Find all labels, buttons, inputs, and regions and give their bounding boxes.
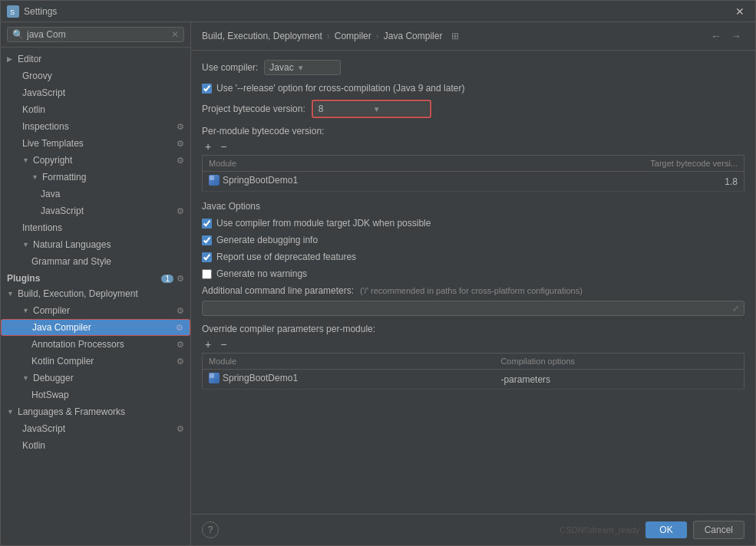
- sidebar-item-debugger[interactable]: ▼ Debugger: [1, 370, 190, 386]
- sidebar-item-editor[interactable]: ▶ Editor: [1, 51, 190, 67]
- sidebar-item-label: Build, Execution, Deployment: [18, 288, 138, 299]
- override-options-cell: -parameters: [494, 370, 744, 390]
- sidebar-item-groovy[interactable]: Groovy: [1, 67, 190, 84]
- cmd-input-wrapper: ⤢: [202, 301, 744, 316]
- main-panel: Build, Execution, Deployment › Compiler …: [191, 22, 755, 545]
- per-module-table: Module Target bytecode versi... SpringBo…: [202, 155, 744, 192]
- close-button[interactable]: ✕: [731, 4, 749, 19]
- override-table: Module Compilation options SpringBootDem…: [202, 353, 744, 390]
- settings-icon: ⚙: [177, 139, 184, 149]
- ok-button[interactable]: OK: [645, 521, 686, 538]
- sidebar-item-formatting[interactable]: ▼ Formatting: [1, 169, 190, 186]
- settings-icon: ⚙: [177, 340, 184, 350]
- use-compiler-row: Use compiler: Javac ▼: [202, 60, 744, 75]
- expand-cmd-button[interactable]: ⤢: [732, 304, 739, 314]
- sidebar-item-label: Natural Languages: [33, 239, 111, 250]
- override-toolbar: + −: [202, 339, 744, 350]
- module-dot-icon: [209, 175, 220, 186]
- bytecode-select[interactable]: 8 ▼: [314, 102, 429, 116]
- sidebar-item-label: Kotlin: [22, 104, 45, 115]
- expand-arrow-compiler: ▼: [22, 307, 30, 314]
- sidebar-item-label: Editor: [18, 54, 41, 64]
- sidebar-item-label: Languages & Frameworks: [18, 406, 125, 417]
- back-arrow-button[interactable]: ←: [708, 28, 725, 44]
- bytecode-value: 8: [319, 104, 370, 114]
- sidebar-item-natural-languages[interactable]: ▼ Natural Languages: [1, 236, 190, 253]
- module-icon: SpringBootDemo1: [209, 175, 298, 186]
- override-module-icon: SpringBootDemo1: [209, 373, 298, 383]
- check-module-jdk-row: Use compiler from module target JDK when…: [202, 218, 744, 229]
- module-cell: SpringBootDemo1: [203, 172, 476, 192]
- expand-arrow-formatting: ▼: [31, 173, 39, 181]
- sidebar-item-compiler[interactable]: ▼ Compiler ⚙: [1, 302, 190, 319]
- settings-icon: ⚙: [177, 424, 184, 434]
- check-deprecated-label: Report use of deprecated features: [216, 252, 356, 262]
- settings-window: S Settings ✕ 🔍 ✕ ▶ Editor: [0, 0, 756, 546]
- release-option-checkbox[interactable]: [202, 84, 212, 94]
- sidebar-item-kotlin-lf[interactable]: Kotlin: [1, 437, 190, 454]
- check-no-warnings-checkbox[interactable]: [202, 269, 212, 279]
- sidebar-item-javascript-lf[interactable]: JavaScript ⚙: [1, 420, 190, 437]
- table-row: SpringBootDemo1 1.8: [203, 172, 744, 192]
- per-module-section: Per-module bytecode version: + − Module …: [202, 126, 744, 192]
- remove-override-button[interactable]: −: [217, 339, 229, 350]
- expand-arrow-nl: ▼: [22, 241, 30, 248]
- sidebar-item-live-templates[interactable]: Live Templates ⚙: [1, 135, 190, 152]
- override-module-col-header: Module: [203, 354, 495, 370]
- expand-arrow-debugger: ▼: [22, 374, 30, 382]
- target-col-header: Target bytecode versi...: [476, 156, 744, 172]
- expand-arrow-build: ▼: [7, 290, 15, 298]
- settings-icon: ⚙: [177, 122, 184, 132]
- javac-options-section: Javac Options Use compiler from module t…: [202, 201, 744, 279]
- sidebar-item-label: Java: [41, 189, 60, 199]
- sidebar-item-java[interactable]: Java: [1, 186, 190, 202]
- sidebar-item-kotlin-compiler[interactable]: Kotlin Compiler ⚙: [1, 353, 190, 370]
- cmd-input[interactable]: [207, 303, 732, 314]
- help-button[interactable]: ?: [202, 521, 219, 538]
- sidebar-item-intentions[interactable]: Intentions: [1, 219, 190, 236]
- sidebar-item-kotlin[interactable]: Kotlin: [1, 101, 190, 118]
- settings-icon: ⚙: [176, 323, 183, 333]
- javac-options-title: Javac Options: [202, 201, 744, 212]
- check-debug-row: Generate debugging info: [202, 235, 744, 245]
- sidebar-item-javascript[interactable]: JavaScript: [1, 84, 190, 101]
- target-cell: 1.8: [476, 172, 744, 192]
- sidebar-item-build[interactable]: ▼ Build, Execution, Deployment: [1, 285, 190, 302]
- check-deprecated-checkbox[interactable]: [202, 252, 212, 262]
- sidebar-item-copyright[interactable]: ▼ Copyright ⚙: [1, 152, 190, 169]
- cancel-button[interactable]: Cancel: [693, 521, 744, 539]
- plugins-badge: 1: [161, 275, 173, 283]
- sidebar-item-inspections[interactable]: Inspections ⚙: [1, 118, 190, 135]
- breadcrumb-part3: Java Compiler: [384, 31, 443, 41]
- sidebar-item-label: Copyright: [33, 155, 72, 166]
- settings-icon: ⚙: [177, 306, 184, 316]
- sidebar-item-label: Compiler: [33, 305, 70, 316]
- check-module-jdk-checkbox[interactable]: [202, 219, 212, 229]
- cmd-label-row: Additional command line parameters: ('/'…: [202, 285, 744, 296]
- release-option-label: Use '--release' option for cross-compila…: [216, 83, 464, 94]
- search-clear-button[interactable]: ✕: [171, 29, 179, 40]
- sidebar-item-label: Kotlin: [22, 440, 45, 451]
- release-option-row: Use '--release' option for cross-compila…: [202, 83, 744, 94]
- remove-per-module-button[interactable]: −: [217, 141, 229, 152]
- sidebar-item-hotswap[interactable]: HotSwap: [1, 386, 190, 403]
- module-name: SpringBootDemo1: [223, 175, 298, 186]
- search-wrapper: 🔍 ✕: [7, 27, 184, 42]
- sidebar-item-annotation-processors[interactable]: Annotation Processors ⚙: [1, 336, 190, 353]
- search-box: 🔍 ✕: [1, 22, 190, 48]
- compiler-select[interactable]: Javac ▼: [264, 60, 341, 75]
- check-deprecated-row: Report use of deprecated features: [202, 252, 744, 262]
- add-per-module-button[interactable]: +: [202, 141, 214, 152]
- sidebar-item-java-compiler[interactable]: Java Compiler ⚙: [1, 319, 190, 336]
- breadcrumb-part1: Build, Execution, Deployment: [202, 31, 322, 41]
- sidebar-item-languages[interactable]: ▼ Languages & Frameworks: [1, 403, 190, 420]
- sidebar-item-javascript-copyright[interactable]: JavaScript ⚙: [1, 202, 190, 219]
- table-row: SpringBootDemo1 -parameters: [203, 370, 744, 390]
- forward-arrow-button[interactable]: →: [728, 28, 744, 44]
- search-input[interactable]: [27, 29, 168, 40]
- add-override-button[interactable]: +: [202, 339, 214, 350]
- sidebar-item-grammar[interactable]: Grammar and Style: [1, 253, 190, 270]
- override-module-name: SpringBootDemo1: [223, 373, 298, 383]
- svg-text:S: S: [10, 8, 15, 16]
- check-debug-checkbox[interactable]: [202, 235, 212, 245]
